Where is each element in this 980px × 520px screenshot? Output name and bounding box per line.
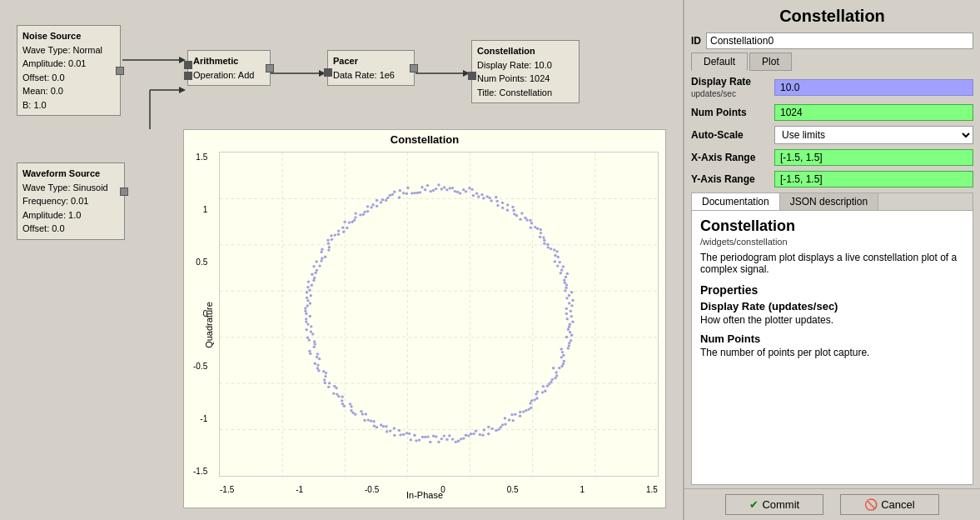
tab-plot[interactable]: Plot: [749, 52, 792, 71]
display-rate-row: Display Rate updates/sec: [691, 76, 973, 99]
svg-point-242: [424, 188, 426, 191]
svg-point-203: [330, 234, 332, 237]
doc-prop1-name: Display Rate (updates/sec): [700, 300, 964, 312]
plot-title: Constellation: [184, 130, 665, 148]
svg-point-301: [554, 260, 556, 262]
display-rate-input[interactable]: [774, 79, 973, 96]
doc-prop2-name: Num Points: [700, 332, 964, 345]
svg-point-159: [313, 346, 316, 348]
svg-point-42: [560, 365, 563, 368]
svg-point-114: [393, 427, 395, 429]
svg-point-165: [310, 330, 312, 332]
svg-point-205: [337, 233, 340, 236]
auto-scale-row: Auto-Scale Use limits Auto Manual: [691, 126, 973, 144]
svg-point-296: [550, 248, 552, 250]
svg-point-130: [351, 412, 354, 414]
svg-point-196: [320, 251, 322, 253]
doc-title: Constellation: [700, 218, 964, 235]
svg-point-62: [527, 408, 530, 411]
svg-point-29: [569, 331, 571, 333]
svg-point-265: [485, 195, 488, 198]
doc-tab-json[interactable]: JSON description: [780, 193, 878, 210]
tab-default[interactable]: Default: [691, 52, 748, 71]
svg-point-57: [535, 397, 538, 399]
svg-point-157: [309, 352, 311, 355]
svg-point-198: [327, 248, 330, 251]
svg-point-278: [515, 214, 518, 217]
svg-point-53: [544, 390, 546, 392]
waveform-offset: Offset: 0.0: [22, 222, 119, 236]
commit-button[interactable]: ✔ Commit: [725, 494, 823, 515]
cancel-button[interactable]: 🚫 Cancel: [840, 494, 938, 515]
svg-point-168: [306, 322, 309, 325]
svg-point-39: [560, 356, 563, 358]
svg-point-120: [376, 426, 378, 428]
auto-scale-select[interactable]: Use limits Auto Manual: [774, 126, 973, 144]
svg-point-22: [565, 312, 568, 315]
svg-point-235: [405, 192, 408, 195]
doc-tab-documentation[interactable]: Documentation: [692, 193, 780, 210]
constellation-rate: Display Rate: 10.0: [477, 58, 574, 72]
svg-point-101: [426, 435, 429, 438]
svg-point-260: [472, 194, 475, 197]
svg-point-303: [556, 264, 559, 267]
svg-point-291: [542, 236, 545, 238]
svg-point-189: [316, 269, 318, 272]
arithmetic-input-1: [184, 72, 192, 80]
cancel-x-icon: 🚫: [864, 498, 878, 511]
num-points-input[interactable]: [774, 104, 973, 121]
cancel-label: Cancel: [881, 498, 914, 511]
svg-point-25: [571, 321, 574, 323]
y-tick-0: 1.5: [193, 152, 207, 162]
doc-content: Constellation /widgets/constellation The…: [692, 211, 973, 484]
svg-point-238: [413, 192, 415, 194]
arithmetic-op: Operation: Add: [193, 68, 265, 82]
svg-point-185: [312, 279, 315, 282]
svg-point-146: [323, 378, 326, 381]
svg-point-247: [437, 183, 440, 186]
svg-point-307: [566, 272, 569, 275]
id-input[interactable]: [706, 32, 973, 49]
svg-point-93: [448, 434, 450, 437]
right-panel: Constellation ID Default Plot Display Ra…: [683, 0, 980, 520]
bottom-bar: ✔ Commit 🚫 Cancel: [684, 488, 980, 520]
svg-point-279: [520, 212, 523, 214]
svg-point-284: [530, 222, 533, 224]
svg-point-313: [564, 289, 566, 292]
x-axis-range-input[interactable]: [774, 149, 973, 166]
svg-point-90: [457, 440, 460, 442]
svg-point-77: [490, 428, 493, 430]
svg-point-227: [385, 199, 387, 202]
y-axis-range-input[interactable]: [774, 171, 973, 188]
svg-point-184: [307, 280, 310, 282]
constellation-title2: Title: Constellation: [477, 86, 574, 100]
svg-point-276: [512, 209, 515, 212]
svg-point-178: [306, 297, 308, 299]
svg-point-131: [350, 409, 352, 412]
tabs-row: Default Plot: [684, 52, 980, 71]
svg-point-288: [540, 228, 542, 231]
doc-section: Documentation JSON description Constella…: [691, 192, 973, 485]
svg-point-34: [568, 344, 570, 347]
svg-point-217: [362, 213, 365, 216]
svg-point-158: [308, 350, 311, 352]
svg-point-180: [306, 291, 308, 293]
waveform-output: [120, 188, 128, 196]
svg-point-58: [533, 398, 535, 401]
svg-point-292: [543, 239, 545, 242]
x-axis-range-label: X-Axis Range: [691, 152, 774, 163]
noise-amplitude: Amplitude: 0.01: [22, 57, 115, 71]
svg-point-286: [534, 226, 536, 228]
svg-point-40: [563, 360, 565, 362]
svg-point-245: [432, 189, 435, 192]
svg-point-236: [406, 187, 409, 189]
doc-tabs: Documentation JSON description: [692, 193, 973, 211]
svg-point-255: [459, 192, 461, 194]
svg-point-269: [495, 200, 498, 202]
doc-properties-heading: Properties: [700, 283, 964, 297]
auto-scale-label: Auto-Scale: [691, 129, 774, 141]
svg-point-193: [320, 259, 322, 262]
svg-point-209: [346, 227, 348, 229]
svg-point-105: [415, 439, 417, 442]
svg-point-102: [424, 436, 426, 438]
